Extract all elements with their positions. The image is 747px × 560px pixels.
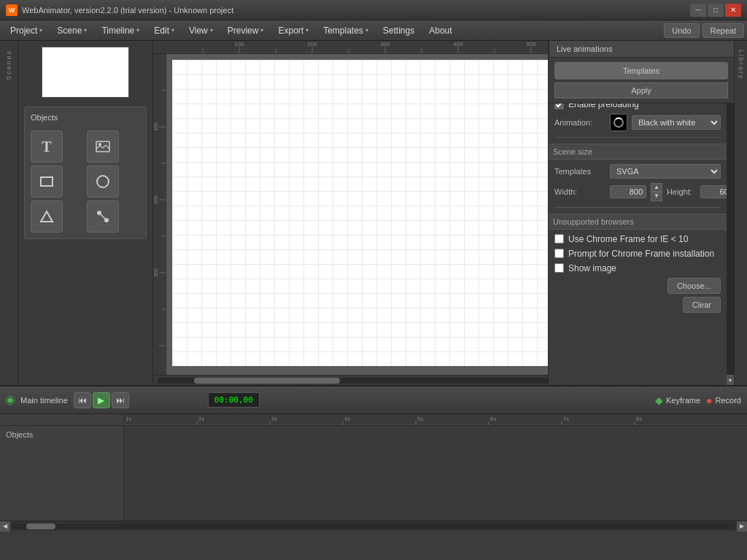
prompt-chrome-row: Prompt for Chrome Frame installation xyxy=(554,249,721,259)
objects-area: Objects T xyxy=(18,41,153,385)
keyframe-diamond-icon: ◆ xyxy=(655,394,663,406)
record-button[interactable]: ● Record xyxy=(706,394,741,406)
next-frame-button[interactable]: ⏭ xyxy=(112,392,129,408)
live-animations-header: Live animations xyxy=(549,41,734,58)
svg-text:3s: 3s xyxy=(271,416,277,422)
menu-scene[interactable]: Scene ▾ xyxy=(50,23,94,39)
svg-text:2s: 2s xyxy=(198,416,204,422)
svg-text:4s: 4s xyxy=(344,416,350,422)
close-button[interactable]: ✕ xyxy=(725,4,741,17)
window-title: WebAnimator, version2.2.0 (trial version… xyxy=(22,6,690,15)
undo-redo-area: Undo Repeat xyxy=(664,23,744,38)
objects-grid: T xyxy=(31,131,140,233)
animation-row: Animation: Black with white xyxy=(554,114,721,131)
objects-panel: Objects T xyxy=(24,106,147,239)
svg-text:100: 100 xyxy=(234,41,244,47)
timeline-scroll-right[interactable]: ▶ xyxy=(737,521,747,532)
width-down-button[interactable]: ▼ xyxy=(651,192,662,201)
timeline-section: Main timeline ⏮ ▶ ⏭ 00:00,00 ◆ Keyframe … xyxy=(0,385,747,531)
image-tool-button[interactable] xyxy=(87,131,119,163)
svg-text:7s: 7s xyxy=(563,416,569,422)
timeline-scroll-left[interactable]: ◀ xyxy=(0,521,10,532)
templates-button[interactable]: Templates xyxy=(554,62,728,79)
chevron-down-icon: ▾ xyxy=(365,27,368,34)
prop-scroll-down[interactable]: ▼ xyxy=(727,375,734,385)
canvas-wrapper: Live animations Templates Apply xyxy=(153,41,734,385)
choose-button[interactable]: Choose... xyxy=(667,278,721,294)
timeline-footer-scrollbar: ◀ ▶ xyxy=(0,521,747,531)
templates-label: Templates xyxy=(554,167,605,176)
apply-button[interactable]: Apply xyxy=(554,82,728,98)
main-timeline-label: Main timeline xyxy=(20,396,68,405)
timeline-scroll-thumb[interactable] xyxy=(26,524,55,529)
minimize-button[interactable]: ─ xyxy=(690,4,706,17)
svg-text:200: 200 xyxy=(153,195,158,204)
animation-preview xyxy=(610,114,627,131)
menu-export[interactable]: Export ▾ xyxy=(271,23,316,39)
play-button[interactable]: ▶ xyxy=(93,392,110,408)
ellipse-tool-button[interactable] xyxy=(87,166,119,198)
h-scroll-thumb[interactable] xyxy=(194,378,340,384)
show-image-label: Show image xyxy=(568,263,616,273)
menu-edit[interactable]: Edit ▾ xyxy=(147,23,182,39)
live-animations-content: Templates Apply xyxy=(549,58,734,103)
maximize-button[interactable]: □ xyxy=(708,4,724,17)
menu-about[interactable]: About xyxy=(422,23,459,39)
main-canvas[interactable] xyxy=(172,60,603,366)
vertical-ruler: 100 200 300 xyxy=(153,54,166,375)
prompt-chrome-checkbox[interactable] xyxy=(554,249,564,258)
redo-button[interactable]: Repeat xyxy=(703,23,744,38)
svg-text:5s: 5s xyxy=(417,416,423,422)
triangle-tool-button[interactable] xyxy=(31,201,63,233)
chevron-down-icon: ▾ xyxy=(39,27,42,34)
chrome-frame-row: Use Chrome Frame for IE < 10 xyxy=(554,234,721,244)
svg-rect-2 xyxy=(41,177,53,186)
menu-settings[interactable]: Settings xyxy=(376,23,422,39)
timeline-body: Objects xyxy=(0,426,747,521)
chrome-frame-checkbox[interactable] xyxy=(554,234,564,244)
clear-button[interactable]: Clear xyxy=(683,297,721,313)
width-input[interactable]: 800 xyxy=(610,185,646,198)
menu-timeline[interactable]: Timeline ▾ xyxy=(94,23,147,39)
menu-project[interactable]: Project ▾ xyxy=(3,23,50,39)
prompt-chrome-label: Prompt for Chrome Frame installation xyxy=(568,249,714,259)
connector-tool-button[interactable] xyxy=(87,201,119,233)
chevron-down-icon: ▾ xyxy=(136,27,139,34)
show-image-checkbox[interactable] xyxy=(554,263,564,273)
svg-point-3 xyxy=(97,176,109,187)
library-label: Library xyxy=(738,50,745,80)
timeline-ruler: 1s 2s 3s 4s 5s 6s 7s 8s xyxy=(124,414,747,425)
chevron-down-icon: ▾ xyxy=(210,27,213,34)
keyframe-button[interactable]: ◆ Keyframe xyxy=(655,394,700,406)
show-image-row: Show image xyxy=(554,263,721,273)
menu-preview[interactable]: Preview ▾ xyxy=(220,23,271,39)
record-circle-icon: ● xyxy=(706,394,712,406)
width-spinner: ▲ ▼ xyxy=(651,183,662,201)
thumbnail-area xyxy=(18,41,152,104)
animation-label: Animation: xyxy=(554,118,605,127)
library-sidebar: Library xyxy=(734,41,747,385)
templates-select[interactable]: SVGA xyxy=(610,164,721,179)
svg-marker-4 xyxy=(41,211,53,222)
main-timeline-radio[interactable] xyxy=(6,396,15,405)
width-up-button[interactable]: ▲ xyxy=(651,183,662,192)
live-animations-panel: Live animations Templates Apply xyxy=(548,41,734,104)
window-controls: ─ □ ✕ xyxy=(690,4,741,17)
menu-view[interactable]: View ▾ xyxy=(182,23,220,39)
svg-text:400: 400 xyxy=(453,41,463,47)
menu-templates[interactable]: Templates ▾ xyxy=(316,23,376,39)
chevron-down-icon: ▾ xyxy=(306,27,309,34)
undo-button[interactable]: Undo xyxy=(664,23,699,38)
rect-tool-button[interactable] xyxy=(31,166,63,198)
prev-frame-button[interactable]: ⏮ xyxy=(74,392,91,408)
timeline-objects-label: Objects xyxy=(0,426,124,521)
app-icon: W xyxy=(6,4,18,16)
divider-1 xyxy=(554,137,721,138)
title-bar: W WebAnimator, version2.2.0 (trial versi… xyxy=(0,0,747,20)
timeline-tracks xyxy=(124,426,747,521)
divider-2 xyxy=(554,207,721,208)
svg-text:6s: 6s xyxy=(490,416,496,422)
animation-select[interactable]: Black with white xyxy=(632,115,721,130)
scene-thumbnail xyxy=(42,47,129,98)
text-tool-button[interactable]: T xyxy=(31,131,63,163)
